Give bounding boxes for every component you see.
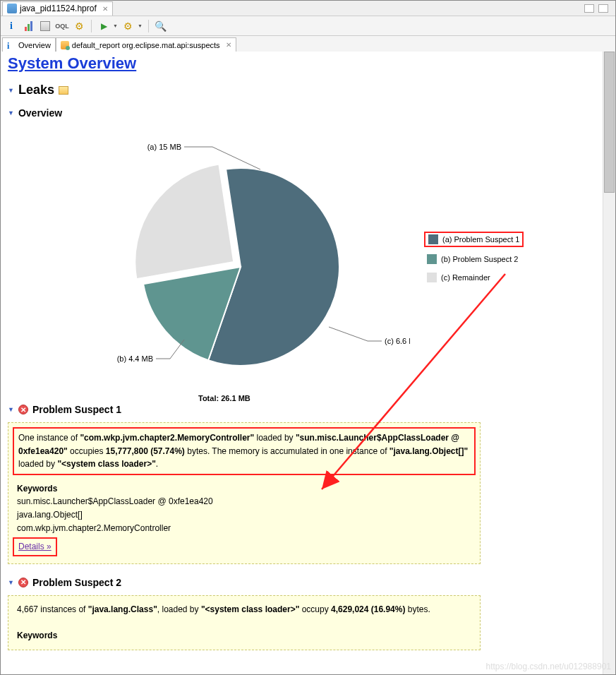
sub-tab-bar: i Overview default_report org.eclipse.ma… — [1, 36, 615, 52]
suspect-2-description: 4,667 instances of "java.lang.Class", lo… — [17, 603, 471, 616]
bar-chart-icon — [25, 21, 32, 31]
pie-slice-a — [208, 168, 339, 366]
query-button[interactable]: ⚙ — [122, 20, 135, 32]
tree-icon — [40, 21, 50, 31]
minimize-button[interactable] — [584, 4, 594, 13]
info-button[interactable]: i — [5, 20, 18, 32]
tab-label: Overview — [18, 41, 51, 49]
play-icon: ▶ — [101, 21, 107, 31]
heap-dump-icon — [7, 4, 17, 13]
error-icon: ✕ — [18, 405, 28, 414]
oql-icon: OQL — [55, 23, 69, 30]
section-overview: ▼ Overview — [8, 107, 596, 119]
tab-overview[interactable]: i Overview — [2, 37, 56, 52]
pie-chart-area: (a) 15 MB (b) 4.4 MB (c) 6.6 MB Total: 2… — [43, 126, 596, 394]
file-tab-label: java_pid11524.hprof — [20, 4, 97, 13]
chevron-down-icon[interactable]: ▼ — [113, 23, 118, 28]
legend-item-b[interactable]: (b) Problem Suspect 2 — [424, 253, 524, 265]
twistie-icon[interactable]: ▼ — [8, 87, 14, 94]
section-heading: Leaks — [18, 83, 54, 97]
tab-default-report[interactable]: default_report org.eclipse.mat.api:suspe… — [56, 37, 236, 52]
toolbar: i OQL ⚙ ▶ ▼ ⚙ ▼ 🔍 — [1, 16, 615, 36]
dominator-tree-button[interactable] — [39, 20, 52, 32]
section-heading: Problem Suspect 1 — [32, 404, 121, 415]
info-icon: i — [7, 41, 16, 49]
file-tab[interactable]: java_pid11524.hprof ✕ — [2, 1, 113, 16]
legend-swatch — [427, 254, 437, 264]
legend-label: (b) Problem Suspect 2 — [441, 255, 518, 263]
details-link-box: Details » — [13, 537, 57, 556]
editor-tab-bar: java_pid11524.hprof ✕ — [1, 1, 615, 16]
search-icon: 🔍 — [155, 20, 167, 32]
slice-label-b: (b) 4.4 MB — [117, 354, 153, 363]
error-icon: ✕ — [18, 578, 28, 587]
twistie-icon[interactable]: ▼ — [8, 579, 14, 586]
histogram-button[interactable] — [22, 20, 35, 32]
scrollbar[interactable] — [603, 52, 615, 674]
keyword: sun.misc.Launcher$AppClassLoader @ 0xfe1… — [17, 495, 471, 508]
chart-legend: (a) Problem Suspect 1(b) Problem Suspect… — [424, 232, 524, 289]
folder-icon — [59, 86, 68, 95]
report-content: System Overview ▼ Leaks ▼ Overview (a) 1… — [1, 52, 603, 674]
section-problem-suspect-2: ▼ ✕ Problem Suspect 2 — [8, 577, 596, 588]
keyword: com.wkp.jvm.chapter2.MemoryController — [17, 522, 471, 535]
keywords-heading: Keywords — [17, 629, 471, 643]
details-link[interactable]: Details » — [18, 542, 52, 551]
section-heading: Problem Suspect 2 — [32, 577, 121, 588]
legend-item-c[interactable]: (c) Remainder — [424, 271, 524, 284]
window-controls — [584, 4, 615, 13]
svg-line-4 — [329, 327, 368, 341]
chevron-down-icon[interactable]: ▼ — [138, 23, 143, 28]
maximize-button[interactable] — [598, 4, 608, 13]
legend-swatch — [427, 273, 437, 282]
twistie-icon[interactable]: ▼ — [8, 406, 14, 413]
legend-swatch — [428, 234, 438, 244]
scrollbar-thumb[interactable] — [604, 52, 615, 193]
watermark: https://blog.csdn.net/u012988901 — [486, 662, 611, 671]
pie-chart: (a) 15 MB (b) 4.4 MB (c) 6.6 MB — [43, 126, 410, 394]
legend-item-a[interactable]: (a) Problem Suspect 1 — [424, 232, 524, 247]
page-title[interactable]: System Overview — [8, 54, 136, 72]
suspect-2-panel: 4,667 instances of "java.lang.Class", lo… — [8, 595, 481, 650]
run-report-button[interactable]: ▶ — [97, 20, 110, 32]
slice-label-c: (c) 6.6 MB — [385, 337, 410, 345]
section-heading: Overview — [18, 107, 62, 119]
tab-label: default_report org.eclipse.mat.api:suspe… — [72, 41, 220, 49]
search-button[interactable]: 🔍 — [155, 20, 167, 32]
keywords-heading: Keywords — [17, 482, 471, 496]
slice-label-a: (a) 15 MB — [147, 143, 181, 151]
keyword: java.lang.Object[] — [17, 508, 471, 522]
suspect-1-description: One instance of "com.wkp.jvm.chapter2.Me… — [13, 427, 476, 475]
twistie-icon[interactable]: ▼ — [8, 109, 14, 117]
suspect-1-panel: One instance of "com.wkp.jvm.chapter2.Me… — [8, 422, 481, 564]
thread-button[interactable]: ⚙ — [73, 20, 85, 32]
chart-total: Total: 26.1 MB — [198, 394, 250, 402]
pie-slice-c — [135, 165, 234, 280]
legend-label: (c) Remainder — [441, 273, 490, 282]
info-icon: i — [10, 20, 13, 32]
section-problem-suspect-1: ▼ ✕ Problem Suspect 1 — [8, 404, 596, 415]
gear-icon: ⚙ — [123, 20, 133, 32]
gears-icon: ⚙ — [75, 20, 84, 32]
legend-label: (a) Problem Suspect 1 — [442, 235, 519, 244]
close-icon[interactable]: ✕ — [102, 5, 108, 13]
close-icon[interactable]: ✕ — [226, 41, 231, 49]
section-leaks: ▼ Leaks — [8, 83, 596, 97]
report-icon — [61, 41, 69, 49]
oql-button[interactable]: OQL — [56, 20, 68, 32]
